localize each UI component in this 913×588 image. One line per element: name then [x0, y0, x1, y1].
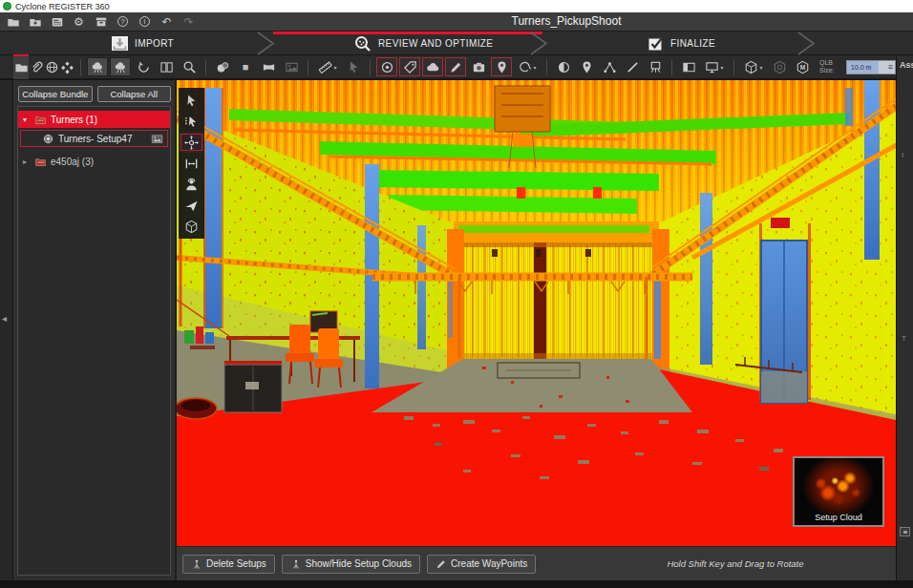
tree-label: e450aj (3): [51, 157, 94, 167]
viewport-action-bar: Delete Setups Show/Hide Setup Clouds Cre…: [177, 546, 896, 580]
monitor-view-icon[interactable]: ▾: [701, 57, 728, 76]
tree-label: Turners (1): [51, 115, 97, 125]
traverse-graph-icon[interactable]: [599, 57, 620, 76]
tree-row-turners-setup47[interactable]: Turners- Setup47: [20, 130, 168, 147]
pen-icon: [435, 558, 447, 570]
settings-gear-icon[interactable]: ⚙: [72, 14, 86, 29]
fly-through-icon[interactable]: [179, 195, 204, 216]
cube-3d-icon[interactable]: [179, 216, 204, 237]
draw-line-icon[interactable]: [622, 57, 643, 76]
import-project-icon[interactable]: [28, 14, 42, 29]
about-info-icon[interactable]: i: [138, 14, 152, 29]
scene-back-door: [447, 229, 669, 374]
archive-box-icon[interactable]: [94, 14, 108, 29]
bundle-tree-panel: ▾ Turners (1) Turners- Setup47 ▸ e450aj …: [17, 106, 171, 576]
bundle-globe-tab-icon[interactable]: [45, 54, 60, 79]
blend-circles-icon[interactable]: [212, 57, 233, 76]
sidebar-collapse-rail: ◂: [0, 80, 13, 580]
setup-image-icon[interactable]: [151, 133, 163, 145]
zoom-magnifier-icon[interactable]: [179, 57, 200, 76]
review-magnifier-icon: [353, 35, 372, 52]
qlb-size-slider[interactable]: 10.0 m ≡: [846, 60, 896, 74]
select-cursor-icon[interactable]: [179, 90, 204, 111]
add-link-icon[interactable]: [445, 57, 466, 76]
point-cloud-scene: [177, 80, 896, 546]
create-waypoints-button[interactable]: Create WayPoints: [427, 555, 536, 574]
assets-panel-clipped-label: T: [902, 334, 906, 343]
collapsed-caret-icon[interactable]: ▸: [23, 158, 31, 166]
survey-clipboard-icon[interactable]: [645, 57, 666, 76]
fill-square-icon[interactable]: ■: [235, 57, 256, 76]
person-view-icon[interactable]: [179, 174, 204, 195]
undo-icon[interactable]: ↶: [159, 14, 174, 29]
map-globe-icon[interactable]: [553, 57, 574, 76]
cube-measure-icon[interactable]: [792, 57, 813, 76]
assets-panel-title: Ass: [897, 55, 913, 70]
side-panel-icon[interactable]: [678, 57, 699, 76]
tab-review-label: REVIEW AND OPTIMIZE: [378, 38, 493, 49]
tab-finalize[interactable]: FINALIZE: [648, 32, 715, 55]
button-label: Create WayPoints: [451, 558, 527, 569]
add-target-icon[interactable]: [376, 57, 397, 76]
viewport-nav-toolbar: [179, 88, 204, 239]
show-hide-setup-clouds-button[interactable]: Show/Hide Setup Clouds: [282, 555, 420, 574]
image-view-icon[interactable]: [281, 57, 302, 76]
collapse-bundle-button[interactable]: Collapse Bundle: [18, 86, 93, 102]
add-tag-icon[interactable]: [399, 57, 420, 76]
cube-view-icon[interactable]: ▾: [740, 57, 767, 76]
project-title: Turners_PickupShoot: [447, 14, 686, 28]
collapse-all-button[interactable]: Collapse All: [97, 86, 172, 102]
import-tray-icon: [111, 35, 129, 52]
panel-expand-button[interactable]: [900, 527, 910, 536]
cyclone-register-window: Cyclone REGISTER 360 ⚙ ? i ↶ ↷ Turners_P…: [0, 0, 913, 588]
annotation-swirl-icon[interactable]: ▾: [514, 57, 541, 76]
project-sidebar: Collapse Bundle Collapse All ▾ Turners (…: [13, 80, 175, 580]
cluster-tab-icon[interactable]: [60, 54, 75, 79]
add-geotag-icon[interactable]: [491, 57, 512, 76]
links-paperclip-tab-icon[interactable]: [29, 54, 44, 79]
setup-marker-icon: [290, 558, 302, 570]
project-folder-tab-icon[interactable]: [13, 54, 29, 79]
expanded-caret-icon[interactable]: ▾: [23, 116, 31, 124]
panorama-view-icon[interactable]: [258, 57, 279, 76]
measure-distance-icon[interactable]: [179, 153, 204, 174]
button-label: Delete Setups: [206, 558, 266, 569]
finalize-check-icon: [648, 36, 665, 52]
add-cloud-icon[interactable]: [422, 57, 443, 76]
point-cloud-viewport[interactable]: Setup Cloud: [177, 80, 896, 546]
measure-tool-icon[interactable]: ▾: [314, 57, 341, 76]
pick-cursor-icon[interactable]: [343, 57, 364, 76]
split-panels-icon[interactable]: [156, 57, 177, 76]
qlb-slider-grip-icon[interactable]: ≡: [888, 62, 895, 72]
qlb-size-value: 10.0 m: [847, 64, 888, 71]
setup-marker-icon: [191, 558, 202, 570]
tab-import[interactable]: IMPORT: [111, 32, 174, 55]
add-image-icon[interactable]: [468, 57, 489, 76]
setup-cloud-toggle-a-icon[interactable]: [87, 57, 108, 76]
window-title: Cyclone REGISTER 360: [15, 2, 110, 11]
tree-row-turners-bundle[interactable]: ▾ Turners (1): [18, 111, 170, 128]
delete-setups-button[interactable]: Delete Setups: [182, 555, 275, 574]
waypoint-pin-icon[interactable]: [576, 57, 597, 76]
rotate-view-icon[interactable]: [133, 57, 154, 76]
setup-cloud-inset[interactable]: Setup Cloud: [793, 456, 884, 527]
setup-cloud-toggle-b-icon[interactable]: [110, 57, 131, 76]
tree-row-e450aj-bundle[interactable]: ▸ e450aj (3): [18, 153, 170, 170]
workflow-chevron: [796, 32, 817, 55]
tab-finalize-label: FINALIZE: [670, 38, 715, 49]
collapse-sidebar-arrow-icon[interactable]: ◂: [2, 313, 7, 324]
tab-review-and-optimize[interactable]: REVIEW AND OPTIMIZE: [353, 32, 493, 55]
tab-import-label: IMPORT: [135, 38, 174, 49]
open-project-icon[interactable]: [6, 14, 20, 29]
pick-points-cursor-icon[interactable]: [179, 111, 204, 132]
redo-icon[interactable]: ↷: [181, 14, 196, 29]
window-bottom-edge: [0, 580, 913, 588]
assets-panel-clipped-label: I: [902, 151, 903, 159]
assets-panel-clipped: Ass I T: [896, 55, 913, 580]
help-icon[interactable]: ?: [116, 14, 130, 29]
project-card-icon[interactable]: [50, 14, 64, 29]
rotate-hint-text: Hold Shift Key and Drag to Rotate: [592, 558, 879, 569]
workflow-chevron: [256, 32, 277, 55]
cube-orbit-icon[interactable]: [769, 57, 790, 76]
pan-view-icon[interactable]: [179, 132, 204, 153]
